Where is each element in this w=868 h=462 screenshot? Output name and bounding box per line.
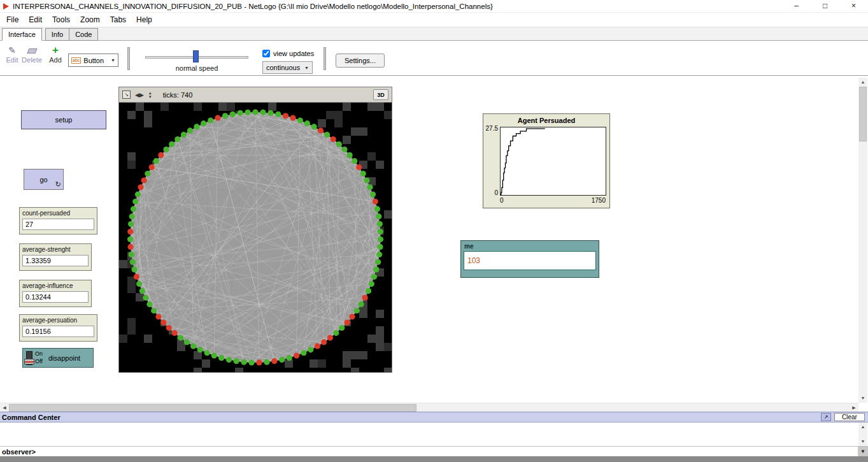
y-axis-max-label: 27.5 (483, 125, 498, 132)
eraser-icon (21, 45, 43, 56)
command-center-title: Command Center (2, 414, 60, 421)
toolbar-separator (324, 47, 326, 70)
scroll-right-icon[interactable]: ▶ (850, 403, 858, 412)
input-me-label: me (461, 241, 599, 251)
world-view-header: ↘ ◀▶ ▲▼ ticks: 740 3D (119, 87, 392, 103)
tab-bar: Interface Info Code (0, 27, 868, 41)
command-center-scrollbar[interactable]: ▲ ▼ (858, 422, 867, 446)
scroll-up-icon[interactable]: ▲ (858, 78, 867, 87)
menu-help[interactable]: Help (131, 13, 157, 26)
plus-icon: + (45, 45, 66, 56)
horizontal-arrows-icon[interactable]: ◀▶ (135, 92, 144, 98)
speed-label: normal speed (145, 64, 248, 72)
scrollbar-thumb[interactable] (9, 404, 416, 412)
monitor-label: average-influence (22, 282, 89, 289)
monitor-count-persuaded: count-persuaded 27 (19, 207, 97, 235)
pencil-icon: ✎ (1, 45, 23, 56)
setup-button[interactable]: setup (21, 110, 106, 129)
speed-slider-handle[interactable] (193, 50, 199, 62)
window-resize-edge (0, 456, 868, 462)
command-center-output[interactable] (0, 422, 858, 446)
widget-type-dropdown[interactable]: abc Button ▼ (68, 54, 118, 67)
monitor-label: average-persuation (22, 317, 94, 324)
switch-on-label: On (35, 350, 43, 357)
toolbar-separator (127, 47, 130, 70)
input-me-value[interactable]: 103 (464, 251, 596, 270)
ticks-counter: ticks: 740 (163, 91, 192, 99)
switch-groove[interactable] (26, 351, 32, 365)
plot-title: Agent Persuaded (483, 117, 609, 124)
menu-bar: File Edit Tools Zoom Tabs Help (0, 13, 868, 27)
chevron-down-icon: ▼ (304, 66, 309, 70)
scrollbar-thumb[interactable] (859, 87, 867, 141)
plot-canvas (500, 127, 606, 196)
tab-interface[interactable]: Interface (2, 28, 42, 41)
scroll-down-icon[interactable]: ▼ (858, 437, 867, 446)
monitor-label: average-strenght (22, 246, 89, 253)
main-horizontal-scrollbar[interactable]: ◀ ▶ (0, 403, 858, 412)
scroll-down-icon[interactable]: ▼ (858, 394, 867, 403)
command-center-header: Command Center ↗ Clear (0, 412, 868, 422)
popout-icon[interactable]: ↗ (821, 413, 831, 421)
input-me[interactable]: me 103 (460, 240, 599, 278)
x-axis-max-label: 1750 (580, 197, 606, 204)
go-button[interactable]: go ↻ (24, 169, 64, 190)
monitor-value: 1.33359 (22, 255, 89, 266)
update-mode-dropdown[interactable]: continuous ▼ (262, 61, 313, 74)
title-bar: INTERPERSONAL_CHANNELS_INNOVATION_DIFFUS… (0, 0, 868, 13)
command-input[interactable] (36, 447, 858, 457)
abc-icon: abc (71, 57, 81, 64)
delete-widget-button[interactable]: Delete (21, 45, 43, 64)
view-updates-label: view updates (273, 50, 314, 57)
menu-file[interactable]: File (1, 13, 24, 26)
settings-button[interactable]: Settings... (336, 54, 385, 68)
menu-zoom[interactable]: Zoom (75, 13, 105, 26)
monitor-label: count-persuaded (22, 210, 94, 217)
x-axis-min-label: 0 (500, 197, 504, 204)
menu-tabs[interactable]: Tabs (105, 13, 131, 26)
tab-code[interactable]: Code (69, 28, 98, 41)
main-vertical-scrollbar[interactable]: ▲ ▼ (858, 78, 867, 403)
edit-widget-button[interactable]: ✎ Edit (1, 45, 23, 64)
world-view: ↘ ◀▶ ▲▼ ticks: 740 3D (118, 87, 392, 373)
monitor-value: 0.19156 (22, 326, 94, 337)
view-updates-checkbox[interactable] (262, 50, 270, 57)
edit-label: Edit (6, 56, 18, 64)
menu-tools[interactable]: Tools (47, 13, 75, 26)
plot-agent-persuaded: Agent Persuaded 27.5 0 0 1750 (483, 113, 610, 208)
observer-prompt: observer> (2, 448, 36, 456)
interface-toolbar: ✎ Edit Delete + Add abc Button ▼ normal … (0, 41, 868, 76)
clear-button[interactable]: Clear (834, 413, 865, 421)
chevron-down-icon: ▼ (111, 58, 115, 62)
world-canvas[interactable] (119, 103, 392, 372)
switch-handle[interactable] (24, 359, 34, 365)
view-updates-row[interactable]: view updates (262, 50, 314, 57)
switch-disappoint[interactable]: On Off disappoint (22, 348, 94, 368)
3d-button[interactable]: 3D (373, 89, 388, 100)
vertical-arrows-icon[interactable]: ▲▼ (148, 91, 152, 99)
widget-type-value: Button (83, 57, 104, 64)
switch-name: disappoint (48, 354, 80, 362)
maximize-button[interactable]: □ (811, 0, 839, 13)
setup-button-label: setup (55, 116, 73, 124)
monitor-value: 0.13244 (22, 291, 89, 303)
scroll-up-icon[interactable]: ▲ (858, 422, 867, 431)
forever-icon: ↻ (55, 180, 61, 189)
reset-perspective-icon[interactable]: ↘ (122, 90, 131, 99)
close-button[interactable]: × (839, 0, 868, 13)
prompt-dropdown-icon[interactable]: ▼ (858, 447, 868, 457)
monitor-average-influence: average-influence 0.13244 (19, 280, 92, 307)
update-mode-value: continuous (266, 64, 300, 71)
switch-off-label: Off (35, 358, 43, 365)
delete-label: Delete (22, 56, 42, 64)
minimize-button[interactable]: – (782, 0, 811, 13)
add-label: Add (49, 56, 62, 64)
scroll-left-icon[interactable]: ◀ (0, 403, 9, 412)
netlogo-icon (3, 3, 9, 10)
y-axis-min-label: 0 (483, 189, 498, 196)
window-title: INTERPERSONAL_CHANNELS_INNOVATION_DIFFUS… (13, 3, 782, 10)
add-widget-button[interactable]: + Add (45, 45, 66, 64)
tab-info[interactable]: Info (45, 28, 69, 41)
menu-edit[interactable]: Edit (24, 13, 47, 26)
go-button-label: go (39, 176, 47, 184)
